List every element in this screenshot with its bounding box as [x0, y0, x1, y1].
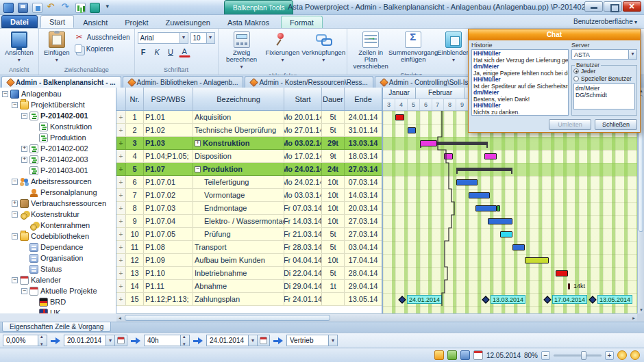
cell-start[interactable]: Di 29.04.14 [284, 280, 322, 292]
horizontal-scroll-thumb[interactable] [125, 315, 330, 321]
tree-item-uk[interactable]: UK [0, 307, 116, 313]
button-fixierungen[interactable]: Fixierungen [264, 30, 302, 65]
end-date-value[interactable]: 24.01.2014 [207, 335, 248, 346]
end-date-field[interactable]: 24.01.2014 [206, 335, 270, 346]
highlight-icon[interactable] [630, 350, 640, 360]
duration-hours-field[interactable]: 40h [144, 335, 190, 346]
tree-expander-minus-icon[interactable] [12, 102, 18, 108]
cell-dauer[interactable]: 24t [322, 163, 345, 175]
cell-bezeichnung[interactable]: Technische Überprüfung [193, 124, 284, 136]
gantt-bar-disposition[interactable] [444, 153, 453, 159]
cell-bezeichnung[interactable]: Elektro- / Wassermontage [193, 215, 284, 227]
cell-nr[interactable]: 4 [126, 150, 144, 162]
ribbon-tab-datei[interactable]: Datei [1, 15, 38, 28]
tree-item-aktuelle-projekte[interactable]: Aktuelle Projekte [0, 285, 116, 296]
task-row-6[interactable]: 6P1.07.01TeilefertigungMo 24.02.1410t07.… [116, 176, 382, 189]
zoom-out-button[interactable]: − [541, 351, 550, 360]
task-row-14[interactable]: 14P1.11AbnahmeDi 29.04.141t29.04.14 [116, 280, 382, 293]
cell-start[interactable]: Fr 24.01.14 [284, 293, 322, 305]
percent-spinner[interactable] [38, 335, 47, 346]
cell-ende[interactable]: 27.03.14 [345, 215, 382, 227]
properties-tab[interactable]: Eigenschaften Zeile & Vorgang [2, 322, 111, 332]
cell-ende[interactable]: 03.04.14 [345, 241, 382, 253]
cell-nr[interactable]: 2 [126, 124, 144, 136]
user-list-item[interactable]: dm/Meier [575, 85, 633, 92]
row-insert-cell[interactable] [116, 215, 126, 227]
milestone-diamond-icon[interactable] [398, 296, 406, 303]
tree-item-kontenrahmen[interactable]: Kontenrahmen [0, 220, 116, 231]
cell-wbs[interactable]: P1.07.02 [144, 189, 193, 201]
scroll-down-arrow[interactable] [638, 307, 644, 313]
cell-ende[interactable]: 13.03.14 [345, 137, 382, 149]
apply-arrow-icon[interactable] [51, 337, 60, 345]
cell-ende[interactable]: 20.03.14 [345, 202, 382, 214]
button-verknüpfungen[interactable]: Verknüpfungen [303, 30, 344, 65]
qat-undo-button[interactable] [45, 1, 58, 14]
ribbon-tab-start[interactable]: Start [40, 15, 74, 28]
cell-bezeichnung[interactable]: Abnahme [193, 280, 284, 292]
qat-redo-button[interactable] [60, 1, 72, 14]
cell-wbs[interactable]: P1.09 [144, 254, 193, 266]
tree-expander-minus-icon[interactable] [12, 211, 18, 218]
cell-start[interactable]: Mo 03.03.14 [284, 189, 322, 201]
row-insert-cell[interactable] [116, 124, 126, 136]
row-insert-cell[interactable] [116, 293, 126, 305]
cell-bezeichnung[interactable]: Prüfung [193, 228, 284, 240]
row-insert-cell[interactable] [116, 267, 126, 279]
cell-start[interactable]: Mo 20.01.14 [284, 111, 322, 123]
cell-nr[interactable]: 7 [126, 189, 144, 201]
cell-wbs[interactable]: P1.08 [144, 241, 193, 253]
umleiten-button[interactable]: Umleiten [549, 119, 591, 130]
radio-spezieller-benutzer[interactable]: Spezieller Benutzer [573, 75, 635, 82]
cell-ende[interactable]: 18.03.14 [345, 150, 382, 162]
row-insert-cell[interactable] [116, 111, 126, 123]
font-size-combo[interactable]: 10 [190, 32, 215, 44]
doc-tab-admin-kosten-ressourcen-ress[interactable]: Admin - Kosten/Ressourcen\Ress... [245, 76, 373, 88]
start-date-dropdown[interactable] [106, 335, 114, 346]
window-arrange-icon[interactable] [460, 350, 470, 360]
button-ansichten[interactable]: Ansichten [3, 30, 36, 65]
cell-wbs[interactable]: P1.07.03 [144, 202, 193, 214]
format-italic-button[interactable]: K [151, 47, 163, 57]
tree-item-kalender[interactable]: Kalender [0, 274, 116, 285]
cell-bezeichnung[interactable]: Zahlungsplan [193, 293, 284, 305]
qat-dropdown-button[interactable] [103, 1, 115, 14]
column-header-dauer[interactable]: Dauer [322, 88, 345, 110]
cell-dauer[interactable]: 10t [322, 176, 345, 188]
button-zweig-berechnen[interactable]: Zweig berechnen [221, 30, 262, 72]
cell-bezeichnung[interactable]: Endmontage [193, 202, 284, 214]
department-combo[interactable]: Vertrieb [286, 335, 338, 346]
cell-wbs[interactable]: P1.11 [144, 280, 193, 292]
radio-dot-icon[interactable] [573, 76, 579, 81]
cell-start[interactable]: Di 22.04.14 [284, 267, 322, 279]
task-row-5[interactable]: 5P1.07ProduktionMo 24.02.1424t27.03.14 [116, 163, 382, 176]
cell-nr[interactable]: 13 [126, 267, 144, 279]
tree-item-konstruktion[interactable]: Konstruktion [0, 121, 116, 132]
maximize-button[interactable] [604, 1, 622, 12]
tree-item-codebibliotheken[interactable]: Codebibliotheken [0, 231, 116, 242]
button-einblenden[interactable]: Einblenden [435, 30, 472, 65]
cell-ende[interactable]: 13.05.14 [345, 293, 382, 305]
cell-ende[interactable]: 07.03.14 [345, 176, 382, 188]
task-row-13[interactable]: 13P1.10InbetriebnahmeDi 22.04.145t28.04.… [116, 267, 382, 280]
cell-nr[interactable]: 15 [126, 293, 144, 305]
radio-jeder[interactable]: Jeder [573, 68, 635, 75]
task-row-3[interactable]: 3P1.03KonstruktionMo 03.02.1429t13.03.14 [116, 137, 382, 150]
minimize-button[interactable] [584, 1, 603, 12]
cell-bezeichnung[interactable]: Teilefertigung [193, 176, 284, 188]
cell-start[interactable]: Fr 07.03.14 [284, 202, 322, 214]
qat-save-button[interactable] [16, 1, 29, 14]
gantt-bar-aufbau-beim-kunden[interactable] [525, 257, 549, 263]
tree-item-brd[interactable]: BRD [0, 296, 116, 307]
tree-expander-minus-icon[interactable] [2, 91, 8, 97]
end-date-calendar-button[interactable] [257, 335, 269, 346]
tree-expander-plus-icon[interactable] [12, 201, 18, 207]
cell-dauer[interactable]: 1t [322, 280, 345, 292]
end-date-dropdown[interactable] [248, 335, 257, 346]
apply-arrow-icon[interactable] [193, 337, 203, 345]
cell-start[interactable]: Fr 04.04.14 [284, 254, 322, 266]
cell-wbs[interactable]: P1.10 [144, 267, 193, 279]
cell-start[interactable]: Mo 03.02.14 [284, 137, 322, 149]
cell-wbs[interactable]: P1.03 [144, 137, 193, 149]
cell-nr[interactable]: 12 [126, 254, 144, 266]
